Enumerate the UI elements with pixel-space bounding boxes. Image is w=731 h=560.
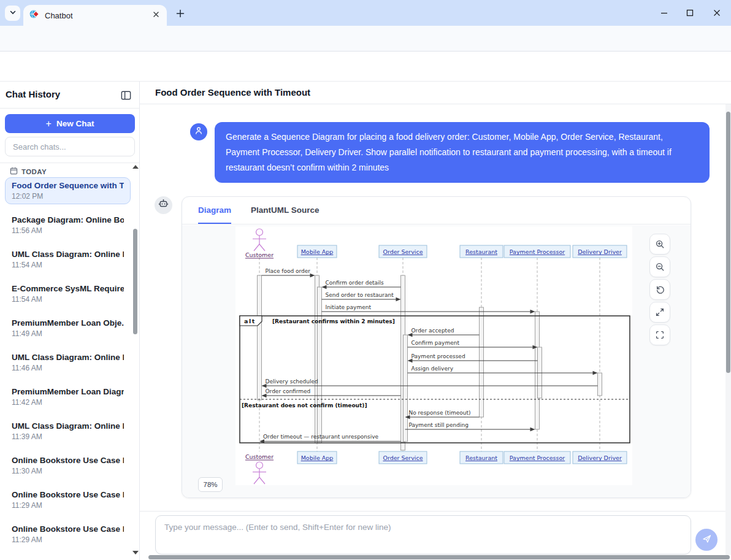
- chat-item-title: Online Bookstore Use Case D...: [12, 456, 124, 465]
- user-message-avatar: [190, 123, 207, 140]
- sequence-diagram-canvas: alt[Restaurant confirms within 2 minutes…: [235, 226, 632, 485]
- chevron-down-icon: [9, 8, 17, 18]
- browser-window: Chatbot a: [0, 0, 731, 560]
- sidebar-scroll-up-icon[interactable]: [132, 165, 139, 169]
- participant-label: Mobile App: [301, 455, 334, 461]
- app-header: Chatbot Powered by Visual Paradigm More …: [0, 52, 731, 82]
- message-label: Order confirmed: [266, 388, 311, 394]
- message-label: Order timeout — restaurant unresponsive: [263, 434, 379, 440]
- chat-history-item[interactable]: PremiumMember Loan Diagr...11:42 AM: [5, 383, 131, 410]
- chat-item-time: 11:54 AM: [12, 261, 124, 269]
- chat-history-item[interactable]: E-Commerce SysML Require...11:54 AM: [5, 280, 131, 307]
- chat-item-time: 11:49 AM: [12, 329, 124, 338]
- message-label: Delivery scheduled: [266, 378, 318, 385]
- diagram-tabbar: Diagram PlantUML Source: [182, 197, 691, 224]
- reset-view-icon[interactable]: [649, 279, 670, 300]
- message-label: Send order to restaurant: [326, 292, 394, 298]
- calendar-icon: [10, 167, 18, 176]
- tab-diagram[interactable]: Diagram: [198, 197, 231, 224]
- browser-tabstrip: Chatbot: [0, 0, 731, 26]
- window-minimize-button[interactable]: [656, 5, 672, 21]
- sidebar-scrollbar-thumb[interactable]: [133, 229, 137, 334]
- sidebar-scroll-down-icon[interactable]: [132, 551, 139, 554]
- participant-label: Delivery Driver: [578, 248, 622, 255]
- vp-favicon-icon: [29, 9, 39, 21]
- chat-history-item[interactable]: Online Bookstore Use Case D...11:29 AM: [5, 486, 131, 513]
- divider: [0, 108, 139, 109]
- send-button[interactable]: [695, 529, 718, 551]
- message-arrowhead: [262, 394, 267, 397]
- chat-history-item[interactable]: UML Class Diagram: Online L...11:54 AM: [5, 246, 131, 273]
- chat-history-list: Food Order Sequence with Ti...12:02 PMPa…: [0, 177, 132, 558]
- window-maximize-button[interactable]: [682, 5, 698, 21]
- chat-item-title: Package Diagram: Online Bo...: [12, 215, 124, 224]
- diagram-card: Diagram PlantUML Source alt[Restaurant c…: [182, 196, 691, 498]
- chat-history-item[interactable]: Online Bookstore Use Case D...11:29 AM: [5, 521, 131, 548]
- actor-figure: [254, 477, 259, 484]
- diagram-viewport[interactable]: alt[Restaurant confirms within 2 minutes…: [182, 225, 691, 497]
- tab-plantuml-source[interactable]: PlantUML Source: [251, 197, 320, 224]
- chat-history-item[interactable]: Food Order Sequence with Ti...12:02 PM: [5, 177, 131, 204]
- message-label: Payment processed: [411, 353, 465, 359]
- activation-bar: [258, 275, 262, 400]
- message-input[interactable]: [155, 515, 691, 554]
- actor-figure: [259, 477, 265, 484]
- chat-history-item[interactable]: Online Bookstore Use Case D...11:30 AM: [5, 452, 131, 479]
- sidebar-title: Chat History: [6, 89, 60, 99]
- window-close-button[interactable]: [709, 5, 725, 21]
- chat-item-title: UML Class Diagram: Online L...: [12, 421, 124, 431]
- divider: [0, 163, 139, 163]
- message-arrowhead: [408, 333, 413, 337]
- guard-label: [Restaurant confirms within 2 minutes]: [272, 318, 395, 324]
- message-arrowhead: [530, 310, 535, 313]
- chat-item-time: 11:29 AM: [12, 535, 124, 544]
- chat-history-item[interactable]: UML Class Diagram: Online L...11:39 AM: [5, 418, 131, 445]
- chat-item-time: 11:42 AM: [12, 398, 124, 407]
- new-chat-button[interactable]: + New Chat: [5, 114, 135, 133]
- actor-label: Customer: [245, 251, 274, 258]
- browser-tab[interactable]: Chatbot: [23, 5, 167, 26]
- chat-history-item[interactable]: Package Diagram: Online Bo...11:56 AM: [5, 212, 131, 239]
- actor-label: Customer: [245, 453, 274, 460]
- search-input[interactable]: [5, 137, 135, 156]
- chat-item-title: PremiumMember Loan Diagr...: [12, 387, 124, 396]
- collapse-sidebar-icon[interactable]: [120, 90, 132, 103]
- fit-to-screen-icon[interactable]: [649, 302, 670, 323]
- actor-figure: [256, 462, 263, 469]
- activation-bar: [404, 335, 408, 442]
- participant-label: Restaurant: [465, 248, 497, 255]
- participant-label: Restaurant: [465, 455, 497, 461]
- main-panel: Food Order Sequence with Timeout Generat…: [140, 82, 731, 560]
- message-arrowhead: [408, 359, 413, 362]
- zoom-out-icon[interactable]: [649, 256, 670, 277]
- chat-item-title: Online Bookstore Use Case D...: [12, 524, 124, 534]
- activation-bar: [598, 373, 602, 396]
- fullscreen-icon[interactable]: [649, 324, 670, 345]
- chat-history-item[interactable]: PremiumMember Loan Obje...11:49 AM: [5, 315, 131, 342]
- activation-bar: [318, 287, 322, 443]
- tab-close-icon[interactable]: [151, 10, 161, 21]
- guard-label: [Restaurant does not confirm (timeout)]: [242, 402, 367, 408]
- message-label: Payment still pending: [409, 422, 469, 428]
- actor-figure: [256, 229, 263, 236]
- person-icon: [194, 126, 204, 138]
- tab-search-button[interactable]: [5, 6, 20, 21]
- message-label: Order accepted: [411, 328, 454, 334]
- participant-label: Order Service: [383, 455, 423, 461]
- main-scrollbar-thumb[interactable]: [726, 112, 730, 373]
- chat-item-time: 11:46 AM: [12, 364, 124, 372]
- paper-plane-icon: [702, 534, 712, 546]
- zoom-in-icon[interactable]: [649, 234, 670, 255]
- message-label: Assign delivery: [411, 366, 454, 372]
- participant-label: Delivery Driver: [578, 455, 622, 461]
- message-label: No response (timeout): [409, 410, 471, 416]
- message-label: Initiate payment: [326, 304, 372, 310]
- chat-item-time: 12:02 PM: [12, 192, 124, 201]
- horizontal-scrollbar-thumb[interactable]: [148, 555, 730, 559]
- browser-toolbar: ai-toolbox.visual-paradigm.com/app/chatb…: [0, 26, 731, 52]
- message-arrowhead: [310, 274, 315, 277]
- participant-label: Payment Processor: [510, 455, 565, 461]
- bot-avatar: [155, 196, 172, 214]
- new-tab-button[interactable]: [173, 6, 188, 21]
- chat-history-item[interactable]: UML Class Diagram: Online L...11:46 AM: [5, 349, 131, 376]
